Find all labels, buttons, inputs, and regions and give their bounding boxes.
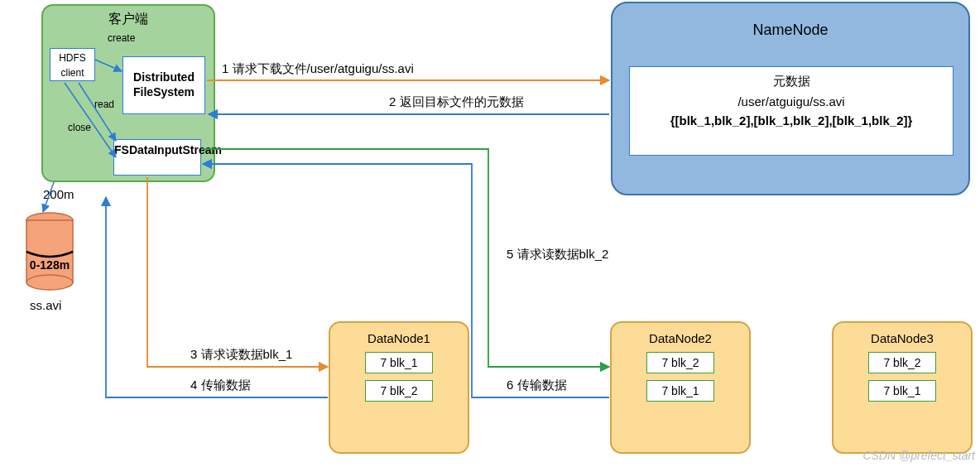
fsdatainputstream-box: FSDataInputStream	[113, 139, 201, 176]
datanode-3-block-0: 7 blk_2	[868, 352, 936, 373]
cylinder-body-label: 0-128m	[25, 258, 74, 272]
metadata-path: /user/atguigu/ss.avi	[630, 94, 953, 108]
datanode-2-block-1: 7 blk_1	[646, 380, 714, 402]
datanode-3-block-1: 7 blk_1	[868, 380, 936, 402]
label-step1: 1 请求下载文件/user/atguigu/ss.avi	[222, 61, 414, 77]
client-title: 客户端	[43, 11, 214, 28]
datanode-2-title: DataNode2	[612, 331, 749, 345]
datanode-1-block-1: 7 blk_2	[365, 380, 433, 402]
datanode-2: DataNode2 7 blk_2 7 blk_1	[610, 321, 751, 454]
label-step5: 5 请求读数据blk_2	[507, 247, 608, 262]
storage-cylinder	[25, 212, 74, 291]
namenode-title: NameNode	[612, 22, 968, 39]
cylinder-filename: ss.avi	[30, 298, 61, 312]
datanode-2-block-0: 7 blk_2	[646, 352, 714, 373]
label-step4: 4 传输数据	[190, 378, 251, 393]
metadata-blocks: {[blk_1,blk_2],[blk_1,blk_2],[blk_1,blk_…	[630, 113, 953, 128]
watermark: CSDN @prefect_start	[862, 449, 975, 462]
datanode-1-title: DataNode1	[330, 331, 468, 345]
datanode-1-block-0: 7 blk_1	[365, 352, 433, 373]
distributed-filesystem-box: Distributed FileSystem	[122, 56, 205, 114]
hdfs-client-box: HDFS client	[50, 48, 95, 81]
metadata-box: 元数据 /user/atguigu/ss.avi {[blk_1,blk_2],…	[629, 66, 954, 156]
label-step3: 3 请求读数据blk_1	[190, 347, 292, 363]
datanode-3: DataNode3 7 blk_2 7 blk_1	[832, 321, 973, 454]
label-200m: 200m	[43, 187, 74, 201]
datanode-1: DataNode1 7 blk_1 7 blk_2	[329, 321, 469, 454]
svg-point-2	[26, 275, 73, 290]
svg-rect-1	[26, 220, 73, 282]
label-close: close	[68, 122, 91, 133]
metadata-title: 元数据	[630, 74, 953, 89]
label-step2: 2 返回目标文件的元数据	[389, 94, 524, 110]
label-step6: 6 传输数据	[507, 378, 567, 393]
label-create: create	[108, 32, 135, 44]
label-read: read	[94, 99, 114, 110]
datanode-3-title: DataNode3	[833, 331, 971, 345]
